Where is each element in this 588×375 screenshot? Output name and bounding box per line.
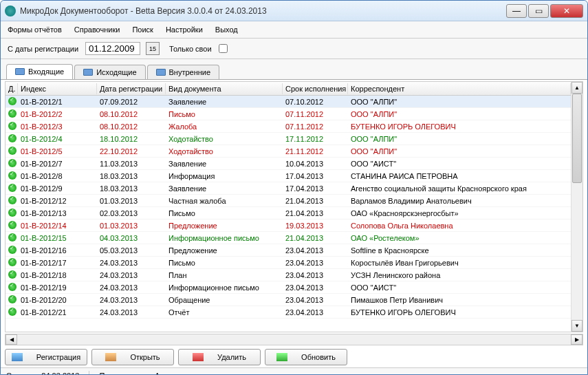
calendar-icon[interactable]: 15 bbox=[146, 42, 160, 55]
table-row[interactable]: 01-В-2012/418.10.2012Ходотайство17.11.20… bbox=[6, 133, 571, 145]
table-row[interactable]: 01-В-2012/2124.03.2013Отчёт23.04.2013БУТ… bbox=[6, 306, 571, 319]
scroll-up-icon[interactable]: ▲ bbox=[571, 82, 582, 94]
cell-deadline: 17.11.2012 bbox=[283, 134, 348, 144]
table-row[interactable]: 01-В-2012/1824.03.2013План23.04.2013УСЗН… bbox=[6, 269, 571, 281]
scroll-thumb[interactable] bbox=[572, 94, 582, 183]
table-row[interactable]: 01-В-2012/711.03.2013Заявление10.04.2013… bbox=[6, 158, 571, 170]
status-icon bbox=[8, 159, 17, 167]
minimize-button[interactable]: — bbox=[506, 4, 527, 18]
cell-corr: ООО "АИСТ" bbox=[348, 159, 571, 169]
table-row[interactable]: 01-В-2012/1924.03.2013Информационное пис… bbox=[6, 281, 571, 294]
tab-outbox[interactable]: Исходящие bbox=[74, 65, 145, 79]
cell-regdate: 18.03.2013 bbox=[97, 171, 166, 181]
table-row[interactable]: 01-В-2012/918.03.2013Заявление17.04.2013… bbox=[6, 182, 571, 195]
menu-exit[interactable]: Выход bbox=[215, 25, 238, 34]
cell-index: 01-В-2012/8 bbox=[18, 171, 97, 181]
table-row[interactable]: 01-В-2012/308.10.2012Жалоба07.11.2012БУТ… bbox=[6, 120, 571, 133]
cell-deadline: 21.04.2013 bbox=[283, 196, 348, 206]
col-index[interactable]: Индекс bbox=[18, 83, 97, 94]
cell-index: 01-В-2012/1 bbox=[18, 97, 97, 107]
cell-doctype: Письмо bbox=[166, 109, 283, 119]
cell-deadline: 21.11.2012 bbox=[283, 147, 348, 156]
register-button[interactable]: Регистрация bbox=[5, 349, 87, 365]
cell-doctype: Жалоба bbox=[166, 122, 283, 131]
cell-regdate: 24.03.2013 bbox=[97, 308, 166, 317]
cell-index: 01-В-2012/5 bbox=[18, 147, 97, 156]
cell-regdate: 18.03.2013 bbox=[97, 184, 166, 193]
menu-refs[interactable]: Справочники bbox=[74, 25, 120, 34]
cell-index: 01-В-2012/3 bbox=[18, 122, 97, 131]
status-icon bbox=[8, 208, 17, 217]
cell-doctype: Заявление bbox=[166, 159, 283, 169]
delete-icon bbox=[193, 353, 204, 361]
table-row[interactable]: 01-В-2012/1302.03.2013Письмо21.04.2013ОА… bbox=[6, 207, 571, 219]
tab-inbox[interactable]: Входящие bbox=[6, 64, 73, 79]
refresh-icon bbox=[276, 353, 287, 361]
table-row[interactable]: 01-В-2012/2024.03.2013Обращение23.04.201… bbox=[6, 294, 571, 306]
cell-corr: ООО "АЛПИ" bbox=[348, 97, 571, 107]
cell-index: 01-В-2012/21 bbox=[18, 308, 97, 317]
open-button[interactable]: Открыть bbox=[91, 349, 174, 365]
only-own-checkbox[interactable] bbox=[219, 44, 228, 53]
table-row[interactable]: 01-В-2012/1201.03.2013Частная жалоба21.0… bbox=[6, 195, 571, 207]
cell-deadline: 07.10.2012 bbox=[283, 97, 348, 107]
menu-settings[interactable]: Настройки bbox=[166, 25, 203, 34]
horizontal-scrollbar[interactable]: ◀ ▶ bbox=[5, 334, 583, 345]
tab-internal-label: Внутренние bbox=[169, 68, 211, 76]
scroll-right-icon[interactable]: ▶ bbox=[571, 334, 582, 345]
cell-deadline: 17.04.2013 bbox=[283, 184, 348, 193]
cell-index: 01-В-2012/19 bbox=[18, 283, 97, 292]
menu-search[interactable]: Поиск bbox=[132, 25, 153, 34]
cell-index: 01-В-2012/2 bbox=[18, 109, 97, 119]
status-icon bbox=[8, 171, 17, 180]
table-row[interactable]: 01-В-2012/107.09.2012Заявление07.10.2012… bbox=[6, 96, 571, 108]
refresh-button[interactable]: Обновить bbox=[265, 349, 347, 365]
titlebar: МикроДок Документооборот - Betta Версия … bbox=[1, 1, 587, 21]
cell-deadline: 21.04.2013 bbox=[283, 233, 348, 243]
cell-index: 01-В-2012/17 bbox=[18, 258, 97, 268]
cell-doctype: Частная жалоба bbox=[166, 196, 283, 206]
cell-corr: Пимашков Петр Иванивич bbox=[348, 295, 571, 305]
cell-doctype: Ходотайство bbox=[166, 134, 283, 144]
status-icon bbox=[8, 258, 17, 266]
table-row[interactable]: 01-В-2012/1605.03.2013Предложение23.04.2… bbox=[6, 244, 571, 257]
vertical-scrollbar[interactable]: ▲ ▼ bbox=[571, 82, 582, 332]
scroll-left-icon[interactable]: ◀ bbox=[6, 334, 17, 345]
cell-regdate: 05.03.2013 bbox=[97, 246, 166, 255]
cell-index: 01-В-2012/20 bbox=[18, 295, 97, 305]
col-regdate[interactable]: Дата регистрации bbox=[97, 83, 166, 94]
table-row[interactable]: 01-В-2012/1401.03.2013Предложение19.03.2… bbox=[6, 219, 571, 232]
tab-internal[interactable]: Внутренние bbox=[147, 65, 220, 79]
status-icon bbox=[8, 233, 17, 242]
col-corr[interactable]: Корреспондент bbox=[348, 83, 571, 94]
table-row[interactable]: 01-В-2012/1724.03.2013Письмо23.04.2013Ко… bbox=[6, 257, 571, 269]
close-button[interactable]: ✕ bbox=[550, 4, 583, 18]
cell-regdate: 08.10.2012 bbox=[97, 122, 166, 131]
cell-doctype: Отчёт bbox=[166, 308, 283, 317]
table-row[interactable]: 01-В-2012/208.10.2012Письмо07.11.2012ООО… bbox=[6, 108, 571, 120]
cell-doctype: Обращение bbox=[166, 295, 283, 305]
cell-index: 01-В-2012/4 bbox=[18, 134, 97, 144]
table-row[interactable]: 01-В-2012/1504.03.2013Информационное пис… bbox=[6, 232, 571, 244]
col-status[interactable]: Д. bbox=[6, 83, 18, 94]
date-from-input[interactable] bbox=[85, 42, 140, 55]
filter-toolbar: С даты регистрации 15 Только свои bbox=[1, 39, 587, 59]
status-icon bbox=[8, 221, 17, 229]
table-row[interactable]: 01-В-2012/818.03.2013Информация17.04.201… bbox=[6, 170, 571, 182]
cell-index: 01-В-2012/7 bbox=[18, 159, 97, 169]
cell-corr: Коростылёв Иван Григорьевич bbox=[348, 258, 571, 268]
cell-deadline: 23.04.2013 bbox=[283, 308, 348, 317]
delete-button[interactable]: Удалить bbox=[178, 349, 261, 365]
col-deadline[interactable]: Срок исполнения bbox=[283, 83, 348, 94]
status-icon bbox=[8, 147, 17, 155]
tab-outbox-label: Исходящие bbox=[96, 68, 136, 76]
col-doctype[interactable]: Вид документа bbox=[166, 83, 283, 94]
cell-doctype: Ходотайство bbox=[166, 147, 283, 156]
cell-corr: УСЗН Ленинского района bbox=[348, 270, 571, 280]
maximize-button[interactable]: ▭ bbox=[528, 4, 549, 18]
cell-corr: Softline в Красноярске bbox=[348, 246, 571, 255]
scroll-down-icon[interactable]: ▼ bbox=[571, 320, 582, 332]
status-icon bbox=[8, 283, 17, 291]
menu-reports[interactable]: Формы отчётов bbox=[8, 25, 62, 34]
table-row[interactable]: 01-В-2012/522.10.2012Ходотайство21.11.20… bbox=[6, 145, 571, 158]
